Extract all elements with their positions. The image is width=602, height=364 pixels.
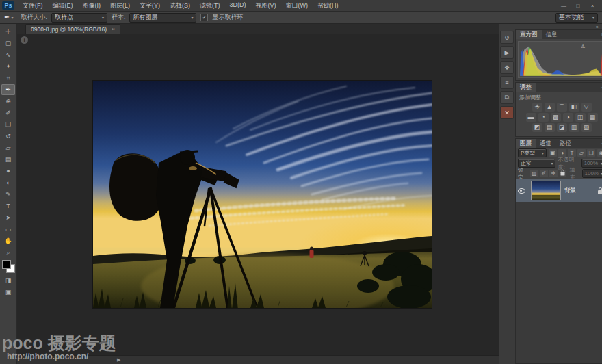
eraser-tool[interactable]: ▱ (1, 142, 15, 153)
hand-tool[interactable]: ✋ (1, 235, 15, 246)
layer-filter-kind-select[interactable]: P类型 ▾ (518, 148, 547, 157)
chevron-down-icon: ▾ (592, 16, 594, 20)
lock-pixels-icon[interactable]: ✐ (540, 170, 548, 177)
menu-file[interactable]: 文件(F) (18, 1, 48, 10)
opacity-input[interactable]: 100% ▾ (581, 159, 602, 168)
adj-color-lookup-icon[interactable]: ▦ (588, 113, 598, 122)
document-tab[interactable]: 0900-8.jpg @ 100%(RGB/16) × (25, 24, 120, 34)
window-controls: —□× (560, 3, 600, 9)
menu-select[interactable]: 选择(S) (165, 1, 195, 10)
tab-paths[interactable]: 路径 (555, 139, 575, 148)
foreground-color-swatch[interactable] (2, 260, 11, 269)
crop-tool[interactable]: ⌗ (1, 73, 15, 83)
blur-tool[interactable]: ● (1, 166, 15, 177)
menu-help[interactable]: 帮助(H) (313, 1, 343, 10)
panel-styles-icon[interactable]: ❖ (500, 61, 514, 74)
lock-all-icon[interactable] (560, 170, 566, 177)
show-sampling-ring-checkbox[interactable]: ✓ (200, 14, 208, 21)
adj-invert-icon[interactable]: ◩ (532, 123, 542, 132)
pen-tool[interactable]: ✎ (1, 189, 15, 200)
tab-channels[interactable]: 通道 (536, 139, 555, 148)
layer-thumbnail[interactable] (531, 181, 561, 200)
menu-filter[interactable]: 滤镜(T) (195, 1, 225, 10)
menu-layer[interactable]: 图层(L) (105, 1, 135, 10)
lock-position-icon[interactable]: ✛ (549, 170, 558, 177)
brush-tool[interactable]: ✐ (1, 107, 15, 118)
sample-size-label: 取样大小: (21, 13, 47, 22)
adj-brightness-contrast-icon[interactable]: ☀ (532, 103, 542, 112)
panel-properties-icon[interactable]: ≡ (500, 76, 514, 89)
histogram-panel-header: 直方图信息 ≡ (516, 30, 602, 39)
eyedropper-tool[interactable]: ✒ (1, 84, 15, 95)
quick-selection-tool[interactable]: ✦ (1, 61, 15, 72)
clone-stamp-tool[interactable]: ❐ (1, 119, 15, 130)
maximize-button[interactable]: □ (574, 3, 582, 9)
eyedropper-preset-button[interactable]: ✒ ▾ (4, 14, 16, 21)
panel-actions-icon[interactable]: ▶ (500, 46, 514, 59)
menu-image[interactable]: 图像(I) (78, 1, 106, 10)
color-swatches (2, 260, 15, 273)
chevron-down-icon: ▾ (102, 16, 104, 20)
lock-transparent-icon[interactable]: ▨ (530, 170, 538, 177)
background-layer-row[interactable]: 背景 (516, 179, 602, 202)
zoom-tool[interactable]: ⌕ (1, 247, 15, 258)
adj-gradient-map-icon[interactable]: ▥ (569, 123, 579, 132)
canvas-area[interactable]: i (17, 34, 499, 355)
sample-layers-label: 样本: (112, 13, 126, 22)
adj-threshold-icon[interactable]: ◪ (557, 123, 567, 132)
layer-visibility-toggle[interactable] (516, 179, 527, 202)
adj-photo-filter-icon[interactable]: ◑ (563, 113, 573, 122)
adj-vibrance-icon[interactable]: ▽ (581, 103, 592, 112)
panel-dock: » ↺▶❖≡⧉✕ 直方图信息 ≡ (499, 24, 602, 364)
close-button[interactable]: × (588, 3, 597, 9)
tab-layers[interactable]: 图层 (516, 139, 536, 148)
filter-smart-objects-icon[interactable]: ❒ (587, 149, 595, 157)
panel-clone-source-icon[interactable]: ⧉ (500, 91, 514, 104)
tab-info[interactable]: 信息 (542, 30, 562, 39)
marquee-tool[interactable]: ▢ (1, 38, 15, 49)
menu-window[interactable]: 窗口(W) (281, 1, 313, 10)
menu-type[interactable]: 文字(Y) (135, 1, 165, 10)
close-icon[interactable]: × (112, 26, 115, 32)
spot-healing-tool[interactable]: ⊕ (1, 96, 15, 107)
screen-mode-button[interactable]: ▣ (1, 287, 15, 298)
menu-edit[interactable]: 编辑(E) (48, 1, 78, 10)
sample-size-select[interactable]: 取样点 ▾ (51, 13, 107, 23)
adj-hue-saturation-icon[interactable]: ▬ (526, 113, 536, 122)
warning-icon[interactable]: ⚠ (581, 44, 585, 49)
document-tab-bar: 0900-8.jpg @ 100%(RGB/16) × (17, 24, 499, 34)
panel-history-icon[interactable]: ↺ (500, 31, 514, 44)
fill-input[interactable]: 100% ▾ (582, 169, 602, 178)
minimize-button[interactable]: — (560, 3, 568, 9)
menu-3d[interactable]: 3D(D) (225, 1, 251, 10)
adj-levels-icon[interactable]: ▲ (545, 103, 555, 112)
adj-exposure-icon[interactable]: ◧ (569, 103, 579, 112)
workspace-switcher[interactable]: 基本功能 ▾ (555, 13, 598, 23)
adj-curves-icon[interactable]: ⌒ (557, 103, 567, 112)
path-selection-tool[interactable]: ➤ (1, 212, 15, 223)
adj-selective-color-icon[interactable]: ▧ (581, 123, 592, 132)
panel-close-icon[interactable]: ✕ (500, 106, 514, 119)
menu-view[interactable]: 视图(V) (251, 1, 281, 10)
adj-color-balance-icon[interactable]: ◔ (538, 113, 549, 122)
adj-channel-mixer-icon[interactable]: ◫ (575, 113, 586, 122)
gradient-tool[interactable]: ▤ (1, 154, 15, 165)
dodge-tool[interactable]: ◐ (1, 177, 15, 188)
move-tool[interactable]: ✛ (1, 26, 15, 37)
status-play-icon[interactable]: ▶ (117, 357, 120, 363)
shape-tool[interactable]: ▭ (1, 224, 15, 235)
collapse-panels-icon[interactable]: » (596, 25, 599, 29)
adj-black-white-icon[interactable]: ▩ (551, 113, 561, 122)
history-brush-tool[interactable]: ↺ (1, 131, 15, 142)
adj-posterize-icon[interactable]: ▤ (545, 123, 555, 132)
lasso-tool[interactable]: ∿ (1, 49, 15, 60)
photo-canvas[interactable] (93, 81, 432, 308)
quick-mask-button[interactable]: ◨ (1, 275, 15, 286)
tab-histogram[interactable]: 直方图 (516, 30, 542, 39)
sample-layers-select[interactable]: 所有图层 ▾ (129, 13, 196, 23)
filter-pixel-layers-icon[interactable]: ▣ (549, 149, 557, 157)
tab-adjustments[interactable]: 调整 (516, 83, 536, 92)
type-tool[interactable]: T (1, 200, 15, 211)
layer-filter-toggle[interactable]: ◉ (597, 149, 602, 157)
add-adjustment-label: 添加调整 (519, 94, 602, 101)
